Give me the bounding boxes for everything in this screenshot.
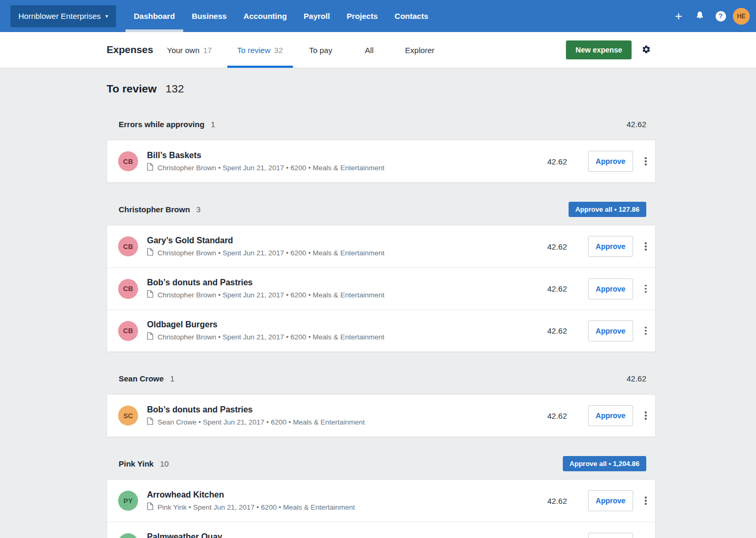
- nav-item-accounting[interactable]: Accounting: [235, 0, 296, 32]
- avatar: CB: [118, 151, 138, 171]
- approve-button[interactable]: Approve: [588, 278, 633, 299]
- section-pink-yink: Pink Yink 10 Approve all • 1,204.86 PY A…: [107, 456, 656, 538]
- approve-all-button[interactable]: Approve all • 1,204.86: [563, 456, 646, 471]
- subnav-actions: New expense: [566, 32, 651, 68]
- gear-icon: [642, 45, 651, 56]
- section-count: 1: [170, 374, 174, 383]
- page-heading: To review 132: [107, 82, 656, 95]
- expense-meta: Christopher Brown • Spent Jun 21, 2017 •…: [158, 291, 384, 299]
- expense-title: Bob’s donuts and Pastries: [147, 405, 365, 415]
- tab-count: 32: [274, 46, 283, 55]
- tab-label: Your own: [167, 46, 200, 55]
- section-count: 1: [211, 120, 215, 129]
- caret-down-icon: ▾: [106, 14, 108, 19]
- nav-item-label: Payroll: [303, 12, 330, 20]
- user-avatar[interactable]: HE: [733, 8, 750, 25]
- expense-group: SC Bob’s donuts and Pastries Sean Crowe …: [107, 394, 656, 437]
- document-icon: [147, 417, 153, 427]
- expense-row[interactable]: CB Oldbagel Burgers Christopher Brown • …: [107, 309, 655, 351]
- document-icon: [147, 502, 153, 512]
- expense-meta: Christopher Brown • Spent Jun 21, 2017 •…: [158, 164, 384, 172]
- tab-label: To pay: [309, 46, 332, 55]
- top-navigation-bar: Hornblower Enterprises ▾ DashboardBusine…: [0, 0, 756, 32]
- nav-item-contacts[interactable]: Contacts: [386, 0, 437, 32]
- expense-row[interactable]: CB Gary’s Gold Standard Christopher Brow…: [107, 225, 655, 267]
- expense-row[interactable]: PY Arrowhead Kitchen Pink Yink • Spent J…: [107, 480, 655, 522]
- heading-count: 132: [165, 82, 184, 95]
- section-sean-crowe: Sean Crowe 1 42.62 SC Bob’s donuts and P…: [107, 371, 656, 437]
- expense-row[interactable]: CB Bill’s Baskets Christopher Brown • Sp…: [107, 140, 655, 182]
- nav-item-label: Business: [192, 12, 227, 20]
- expense-row[interactable]: SC Bob’s donuts and Pastries Sean Crowe …: [107, 395, 655, 437]
- approve-button[interactable]: Approve: [588, 151, 633, 172]
- page-title: Expenses: [107, 44, 149, 56]
- tab-to-review[interactable]: To review 32: [227, 32, 293, 68]
- expense-title: Gary’s Gold Standard: [147, 235, 384, 245]
- avatar: PY: [118, 533, 138, 538]
- tab-label: All: [365, 46, 374, 55]
- expense-amount: 42.62: [534, 411, 567, 420]
- expense-title: Bob’s donuts and Pastries: [147, 277, 384, 287]
- nav-item-label: Contacts: [395, 12, 428, 20]
- more-options-button[interactable]: [639, 323, 652, 339]
- expense-row[interactable]: CB Bob’s donuts and Pastries Christopher…: [107, 267, 655, 309]
- section-christopher-brown: Christopher Brown 3 Approve all • 127.86…: [107, 202, 656, 352]
- org-name: Hornblower Enterprises: [18, 12, 101, 20]
- section-name: Pink Yink: [119, 459, 154, 468]
- section-header: Errors while approving 1 42.62: [107, 117, 656, 132]
- nav-item-business[interactable]: Business: [183, 0, 235, 32]
- add-button[interactable]: +: [670, 7, 687, 25]
- expense-title: Arrowhead Kitchen: [147, 490, 355, 500]
- nav-item-label: Projects: [346, 12, 377, 20]
- expense-meta: Pink Yink • Spent Jun 21, 2017 • 6200 • …: [158, 503, 355, 511]
- nav-item-label: Accounting: [244, 12, 287, 20]
- expense-group: CB Gary’s Gold Standard Christopher Brow…: [107, 225, 656, 352]
- document-icon: [147, 332, 153, 342]
- more-options-button[interactable]: [639, 153, 652, 170]
- expense-group: PY Arrowhead Kitchen Pink Yink • Spent J…: [107, 479, 656, 538]
- section-header: Pink Yink 10 Approve all • 1,204.86: [107, 456, 656, 471]
- document-icon: [147, 290, 153, 300]
- expense-row[interactable]: PY Palmweather Quay Pink Yink • Spent Ju…: [107, 522, 655, 538]
- org-selector[interactable]: Hornblower Enterprises ▾: [10, 5, 116, 27]
- tab-label: To review: [237, 46, 270, 55]
- nav-item-dashboard[interactable]: Dashboard: [125, 0, 183, 32]
- approve-button[interactable]: Approve: [588, 320, 633, 342]
- more-options-button[interactable]: [639, 281, 652, 297]
- expenses-tabs: Your own 17 To review 32 To pay All Expl…: [157, 32, 444, 68]
- expense-meta: Sean Crowe • Spent Jun 21, 2017 • 6200 •…: [158, 418, 365, 426]
- new-expense-button[interactable]: New expense: [566, 40, 632, 59]
- section-name: Errors while approving: [119, 120, 204, 129]
- help-button[interactable]: ?: [712, 7, 729, 25]
- approve-button[interactable]: Approve: [588, 490, 633, 511]
- expense-group: CB Bill’s Baskets Christopher Brown • Sp…: [107, 140, 656, 183]
- avatar: CB: [118, 279, 138, 299]
- tab-label: Explorer: [405, 46, 435, 55]
- tab-explorer[interactable]: Explorer: [395, 32, 445, 68]
- more-options-button[interactable]: [639, 407, 652, 424]
- expense-amount: 42.62: [534, 157, 567, 166]
- nav-item-payroll[interactable]: Payroll: [295, 0, 338, 32]
- approve-button[interactable]: Approve: [588, 533, 633, 538]
- tab-count: 17: [203, 46, 212, 55]
- more-options-button[interactable]: [639, 535, 652, 538]
- approve-button[interactable]: Approve: [588, 405, 633, 426]
- approve-button[interactable]: Approve: [588, 236, 633, 257]
- nav-item-label: Dashboard: [134, 12, 175, 20]
- section-count: 10: [160, 459, 169, 468]
- topnav-actions: + ? HE: [670, 7, 750, 25]
- tab-to-pay[interactable]: To pay: [299, 32, 342, 68]
- expenses-subnav: Expenses Your own 17 To review 32 To pay…: [0, 32, 756, 68]
- heading-label: To review: [107, 82, 156, 95]
- settings-button[interactable]: [642, 45, 651, 56]
- avatar: CB: [118, 321, 138, 341]
- avatar: PY: [118, 491, 138, 511]
- tab-all[interactable]: All: [355, 32, 384, 68]
- more-options-button[interactable]: [639, 492, 652, 509]
- more-options-button[interactable]: [639, 238, 652, 255]
- section-total: 42.62: [626, 120, 646, 129]
- tab-your-own[interactable]: Your own 17: [157, 32, 222, 68]
- nav-item-projects[interactable]: Projects: [338, 0, 386, 32]
- notifications-button[interactable]: [691, 7, 708, 25]
- approve-all-button[interactable]: Approve all • 127.86: [569, 202, 646, 217]
